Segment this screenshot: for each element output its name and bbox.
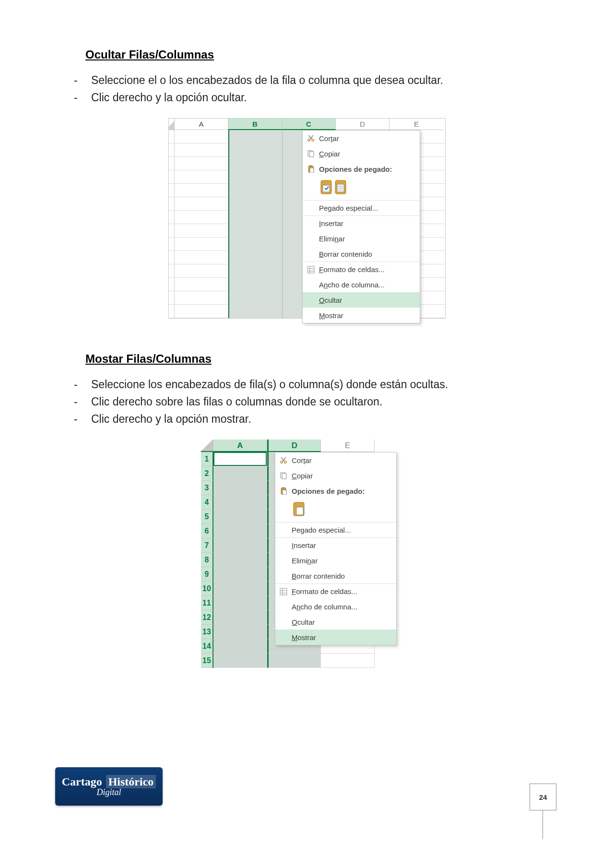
menu2-clear[interactable]: Borrar contenido bbox=[275, 568, 396, 583]
menu2-paste-options: Opciones de pegado: bbox=[275, 483, 396, 499]
cell[interactable] bbox=[321, 654, 375, 668]
row-header-11[interactable]: 11 bbox=[201, 596, 213, 610]
section2-step-1: Seleccione los encabezados de fila(s) o … bbox=[72, 376, 542, 393]
row-header-1[interactable]: 1 bbox=[201, 452, 213, 466]
menu-insert[interactable]: Insertar bbox=[303, 215, 420, 231]
svg-rect-3 bbox=[309, 152, 314, 157]
menu2-paste-special[interactable]: Pegado especial... bbox=[275, 522, 396, 537]
col-header-b[interactable]: B bbox=[228, 119, 282, 130]
col-header-d-2[interactable]: D bbox=[267, 440, 321, 452]
svg-point-1 bbox=[312, 139, 314, 141]
row-header-14[interactable]: 14 bbox=[201, 639, 213, 654]
col-header-a-2[interactable]: A bbox=[213, 440, 267, 452]
row-header-4[interactable]: 4 bbox=[201, 495, 213, 510]
col-header-e[interactable]: E bbox=[390, 119, 443, 130]
section2-title: Mostar Filas/Columnas bbox=[85, 352, 542, 366]
paste-options-block-2 bbox=[275, 499, 396, 522]
paste-icon bbox=[275, 487, 292, 495]
row-header-2[interactable]: 2 bbox=[201, 466, 213, 481]
menu2-delete[interactable]: Eliminar bbox=[275, 553, 396, 568]
figure-mostrar: A D E 123456789101112131415 Cortar Copia… bbox=[201, 440, 413, 668]
menu-cut-label: Cortar bbox=[319, 134, 339, 143]
cell[interactable] bbox=[213, 639, 267, 654]
col-header-a[interactable]: A bbox=[175, 119, 228, 130]
menu-hide[interactable]: Ocultar bbox=[303, 292, 420, 308]
row-header-6[interactable]: 6 bbox=[201, 524, 213, 538]
section2-step-3: Clic derecho y la opción mostrar. bbox=[72, 411, 542, 428]
cell[interactable] bbox=[213, 524, 267, 538]
cell[interactable] bbox=[213, 596, 267, 610]
cell[interactable] bbox=[213, 481, 267, 495]
row-header-8[interactable]: 8 bbox=[201, 553, 213, 567]
cell[interactable] bbox=[213, 582, 267, 596]
row-15: 15 bbox=[201, 654, 413, 668]
section2-step-2: Clic derecho sobre las filas o columnas … bbox=[72, 393, 542, 411]
svg-rect-21 bbox=[282, 474, 286, 479]
cell[interactable] bbox=[213, 495, 267, 510]
context-menu-2: Cortar Copiar Opciones de pegado: bbox=[275, 452, 397, 645]
page-number-line bbox=[543, 810, 543, 839]
row-header-15[interactable]: 15 bbox=[201, 654, 213, 668]
cell[interactable] bbox=[213, 553, 267, 567]
paste-options-block bbox=[303, 177, 420, 200]
menu-paste-options: Opciones de pegado: bbox=[303, 161, 420, 177]
menu-paste-special-label: Pegado especial... bbox=[319, 204, 378, 212]
row-header-3[interactable]: 3 bbox=[201, 481, 213, 495]
row-header-5[interactable]: 5 bbox=[201, 510, 213, 524]
selectall-corner[interactable] bbox=[169, 119, 175, 130]
cell[interactable] bbox=[213, 452, 267, 466]
col-header-d[interactable]: D bbox=[336, 119, 390, 130]
menu-width[interactable]: Ancho de columna... bbox=[303, 277, 420, 292]
format-cells-icon bbox=[275, 588, 292, 595]
svg-rect-23 bbox=[282, 488, 285, 489]
menu-delete[interactable]: Eliminar bbox=[303, 231, 420, 246]
figure-ocultar: A B C D E Cortar bbox=[168, 118, 446, 319]
scissors-icon bbox=[303, 134, 319, 142]
row-header-9[interactable]: 9 bbox=[201, 567, 213, 582]
menu2-cut[interactable]: Cortar bbox=[275, 452, 396, 468]
svg-point-19 bbox=[284, 461, 286, 463]
copy-icon bbox=[303, 150, 319, 157]
menu-copy[interactable]: Copiar bbox=[303, 146, 420, 161]
cell[interactable] bbox=[213, 510, 267, 524]
menu-format[interactable]: Formato de celdas... bbox=[303, 262, 420, 277]
menu-paste-options-label: Opciones de pegado: bbox=[319, 165, 392, 173]
menu2-format[interactable]: Formato de celdas... bbox=[275, 583, 396, 599]
menu-copy-label: opiar bbox=[324, 150, 340, 158]
cell[interactable] bbox=[213, 625, 267, 639]
menu-show[interactable]: Mostrar bbox=[303, 308, 420, 323]
svg-point-0 bbox=[308, 139, 310, 141]
brand-logo: Cartago Histórico Digital bbox=[55, 767, 163, 806]
brand-word1: Cartago bbox=[62, 775, 102, 788]
row-header-7[interactable]: 7 bbox=[201, 538, 213, 553]
svg-rect-27 bbox=[280, 588, 287, 595]
svg-rect-5 bbox=[309, 166, 312, 167]
context-menu-1: Cortar Copiar Opciones de pegado: bbox=[302, 130, 420, 323]
col-header-e-2[interactable]: E bbox=[321, 440, 375, 452]
svg-rect-8 bbox=[323, 185, 330, 192]
row-header-10[interactable]: 10 bbox=[201, 582, 213, 596]
row-header-13[interactable]: 13 bbox=[201, 625, 213, 639]
menu2-show[interactable]: Mostrar bbox=[275, 630, 396, 645]
row-header-12[interactable]: 12 bbox=[201, 610, 213, 625]
menu-cut[interactable]: Cortar bbox=[303, 131, 420, 146]
cell[interactable] bbox=[213, 538, 267, 553]
scissors-icon bbox=[275, 456, 292, 464]
cell[interactable] bbox=[213, 610, 267, 625]
cell[interactable] bbox=[213, 466, 267, 481]
page-number: 24 bbox=[530, 784, 556, 810]
menu2-insert[interactable]: Insertar bbox=[275, 537, 396, 553]
menu-paste-special[interactable]: Pegado especial... bbox=[303, 200, 420, 215]
cell[interactable] bbox=[213, 654, 267, 668]
menu2-width[interactable]: Ancho de columna... bbox=[275, 599, 396, 614]
selectall-corner-2[interactable] bbox=[201, 440, 213, 452]
menu2-copy[interactable]: Copiar bbox=[275, 468, 396, 483]
svg-rect-26 bbox=[296, 507, 303, 515]
cell[interactable] bbox=[267, 654, 321, 668]
brand-word2: Histórico bbox=[106, 775, 156, 788]
menu2-hide[interactable]: Ocultar bbox=[275, 614, 396, 630]
menu-clear[interactable]: Borrar contenido bbox=[303, 246, 420, 262]
paste-icon bbox=[303, 165, 319, 173]
cell[interactable] bbox=[213, 567, 267, 582]
col-header-c[interactable]: C bbox=[282, 119, 336, 130]
